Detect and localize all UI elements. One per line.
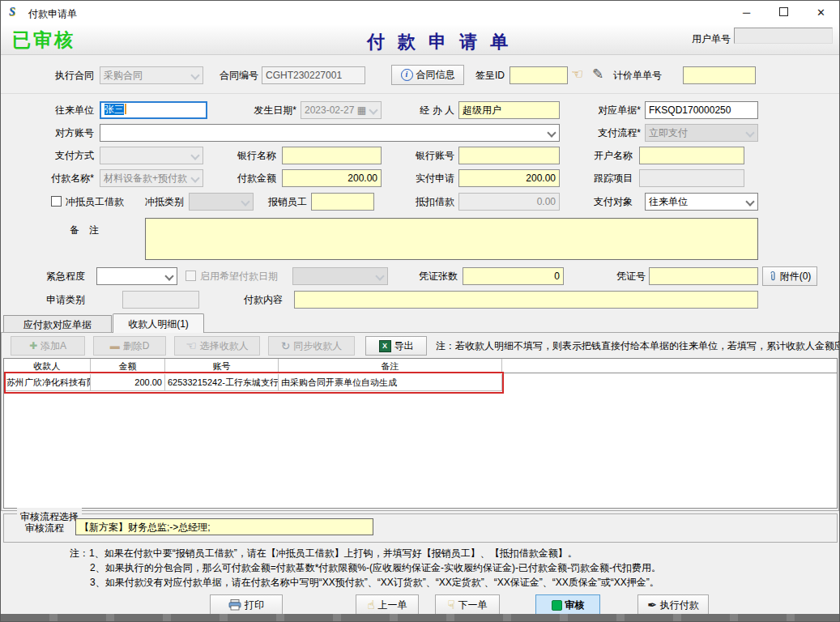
execute-payment-icon: ✒ <box>647 599 657 611</box>
audit-button[interactable]: 审核 <box>535 594 600 616</box>
reimburse-emp-field[interactable] <box>311 193 374 211</box>
pay-target-select[interactable]: 往来单位 <box>645 193 758 211</box>
handler-field[interactable]: 超级用户 <box>458 101 560 119</box>
contract-info-button[interactable]: i 合同信息 <box>391 65 464 85</box>
column-header-payee: 收款人 <box>4 359 91 373</box>
deduct-loan-label: 抵扣借款 <box>408 193 454 211</box>
counter-account-select[interactable] <box>100 124 560 142</box>
footnote-3: 3、如果付款没有对应付款单据，请在付款名称中写明“XX预付款”、“XX订货款”、… <box>90 576 659 590</box>
minimize-button[interactable]: ─ <box>728 1 765 25</box>
select-payee-button: ☜ 选择收款人 <box>174 336 260 356</box>
hope-date-select <box>292 267 388 285</box>
info-icon: i <box>401 69 413 81</box>
apply-type-field <box>122 291 199 309</box>
voucher-no-field[interactable] <box>649 267 758 285</box>
column-header-blank <box>502 359 837 373</box>
cell-payee: 苏州广欣净化科技有限公司 <box>4 374 91 391</box>
calendar-icon: ▦ <box>357 102 366 118</box>
remark-label: 备 注 <box>70 221 99 239</box>
offset-loan-label: 冲抵员工借款 <box>66 193 124 211</box>
occur-date-label: 发生日期* <box>238 101 296 119</box>
bank-account-field[interactable] <box>458 147 560 164</box>
actual-pay-field[interactable]: 200.00 <box>458 169 560 187</box>
tab-payee-detail[interactable]: 收款人明细(1) <box>113 313 204 333</box>
pay-name-select: 材料设备款+预付款 <box>100 169 203 187</box>
doc-no-label: 对应单据* <box>584 101 641 119</box>
close-button[interactable]: ✕ <box>803 1 839 25</box>
sync-payee-button: ↻ 同步收款人 <box>268 336 355 356</box>
column-header-amount: 金额 <box>91 359 165 373</box>
chevron-down-icon <box>241 197 249 206</box>
actual-pay-label: 实付申请 <box>408 169 454 187</box>
partner-label: 往来单位 <box>33 101 94 119</box>
hope-date-label: 启用希望付款日期 <box>200 267 278 285</box>
user-no-label: 用户单号 <box>692 30 731 48</box>
user-no-field[interactable] <box>734 28 833 44</box>
pay-content-label: 付款内容 <box>244 291 283 309</box>
chevron-down-icon <box>190 70 199 79</box>
chevron-down-icon <box>547 128 556 137</box>
sign-id-field[interactable] <box>510 66 568 84</box>
voucher-count-field[interactable]: 0 <box>463 267 564 285</box>
green-status-icon <box>552 600 562 611</box>
voucher-count-label: 凭证张数 <box>411 267 458 285</box>
print-button[interactable]: 打印 <box>210 594 283 616</box>
hand-select-icon[interactable]: ☜ <box>571 65 583 84</box>
offset-loan-checkbox[interactable] <box>51 196 62 207</box>
pay-target-label: 支付对象 <box>584 193 633 211</box>
approval-flow-field[interactable]: 【新方案】财务总监;->总经理; <box>75 518 373 535</box>
sync-icon: ↻ <box>281 339 291 352</box>
app-icon: S <box>9 6 23 19</box>
paperclip-icon <box>769 271 777 282</box>
attachment-button[interactable]: 附件(0) <box>762 266 817 286</box>
apply-type-label: 申请类别 <box>46 291 85 309</box>
column-header-account: 账号 <box>165 359 279 373</box>
next-doc-button[interactable]: ☟ 下一单 <box>435 594 500 616</box>
remark-textarea[interactable] <box>145 218 758 260</box>
payment-application-window: S 付款申请单 ─ ✕ 已审核 付款申请单 用户单号 执行合同 采购合同 合同编… <box>0 0 840 622</box>
selected-text: 张三 <box>104 104 124 115</box>
maximize-button[interactable] <box>765 1 802 25</box>
export-button[interactable]: X 导出 <box>365 336 427 356</box>
tab-payable-docs[interactable]: 应付款对应单据 <box>3 315 112 333</box>
pay-amount-label: 付款金额 <box>230 169 276 187</box>
hope-date-checkbox <box>185 271 196 281</box>
chevron-down-icon <box>369 105 377 114</box>
chevron-down-icon <box>745 197 754 206</box>
contract-no-field: CGHT230227001 <box>262 66 365 84</box>
pay-method-select <box>100 147 203 164</box>
execute-payment-button[interactable]: ✒ 执行付款 <box>637 594 709 616</box>
pay-content-field[interactable] <box>294 291 758 309</box>
doc-no-field[interactable]: FKSQD170000250 <box>645 101 758 119</box>
pay-flow-label: 支付流程* <box>584 124 641 142</box>
maximize-icon <box>779 7 788 16</box>
prev-doc-button[interactable]: ☝ 上一单 <box>356 594 419 616</box>
pay-name-label: 付款名称* <box>29 169 94 187</box>
urgency-select[interactable] <box>96 267 177 285</box>
page-title: 付款申请单 <box>367 30 521 54</box>
counter-account-label: 对方账号 <box>33 124 94 142</box>
offset-type-select <box>189 193 254 211</box>
voucher-no-label: 凭证号 <box>607 267 646 285</box>
sign-id-label: 签呈ID <box>467 66 505 84</box>
printer-icon <box>228 599 241 611</box>
exec-contract-label: 执行合同 <box>33 66 94 84</box>
chevron-down-icon <box>190 173 199 182</box>
cell-account: 62533215242-工行东城支行-苏州 <box>165 374 279 391</box>
offset-type-label: 冲抵类别 <box>137 193 184 211</box>
edit-pencil-icon[interactable]: ✎ <box>592 65 603 84</box>
occur-date-picker: 2023-02-27 ▦ <box>301 101 382 119</box>
pricing-no-label: 计价单单号 <box>613 66 662 84</box>
title-bar: S 付款申请单 ─ ✕ <box>1 1 839 26</box>
contract-no-label: 合同编号 <box>208 66 258 84</box>
deduct-loan-field: 0.00 <box>458 193 560 211</box>
account-name-field[interactable] <box>639 147 744 164</box>
bank-name-field[interactable] <box>282 147 382 164</box>
exec-contract-select: 采购合同 <box>100 66 203 84</box>
partner-field[interactable]: 张三 <box>100 101 207 119</box>
text-cursor <box>125 104 126 114</box>
pay-amount-field[interactable]: 200.00 <box>282 169 382 187</box>
pricing-no-field[interactable] <box>683 66 756 84</box>
toolbar-note: 注：若收款人明细不填写，则表示把钱直接付给本单据的往来单位，若填写，累计收款人金… <box>436 337 840 355</box>
urgency-label: 紧急程度 <box>46 267 85 285</box>
